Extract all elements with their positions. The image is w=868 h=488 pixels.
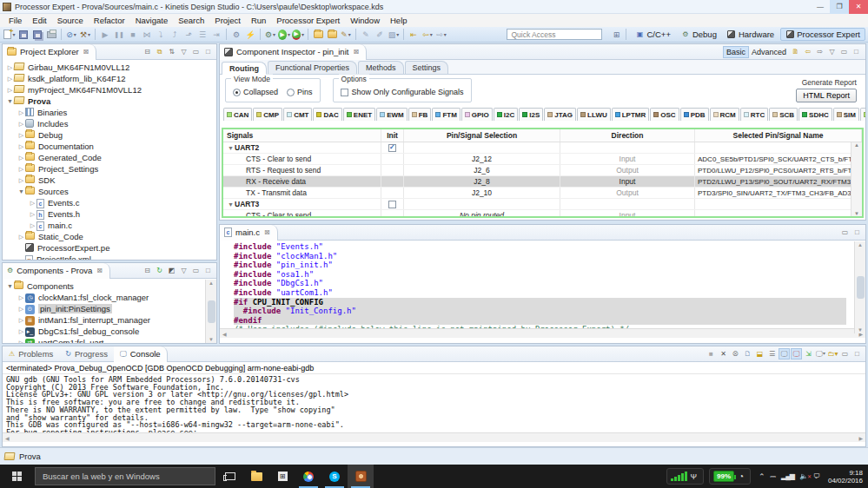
tree-expand-arrow-icon[interactable]: ▷ (29, 211, 36, 218)
kds-app-button[interactable] (348, 465, 374, 488)
peripheral-tab-cmt[interactable]: CMT (283, 108, 312, 121)
skip-breakpoints-icon[interactable]: ⊘ (65, 29, 77, 41)
taskbar-search-input[interactable]: Buscar en la web y en Windows (35, 467, 215, 485)
tree-expand-arrow-icon[interactable]: ▷ (17, 306, 25, 313)
remove-all-launches-icon[interactable]: ⮾ (730, 348, 741, 359)
build-icon[interactable]: ⚒ (79, 29, 91, 41)
tree-collapse-arrow-icon[interactable]: ▼ (6, 283, 14, 289)
run-icon[interactable]: ▶ (278, 29, 290, 41)
tray-expand-icon[interactable]: ⌃ (759, 472, 765, 481)
pin-selection-cell[interactable] (404, 142, 560, 153)
peripheral-tab-sdhc[interactable]: SDHC (798, 108, 832, 121)
skype-button[interactable]: S (321, 465, 348, 488)
minimize-button[interactable]: — (811, 0, 830, 14)
inspector-tab-settings[interactable]: Settings (405, 61, 449, 74)
project-item-events-c[interactable]: ▷cEvents.c (4, 197, 216, 208)
peripheral-tab-rtc[interactable]: RTC (740, 108, 768, 121)
restore-button[interactable]: ❐ (830, 0, 849, 14)
save-all-icon[interactable] (31, 29, 43, 41)
flash-icon[interactable]: ⚡ (244, 29, 256, 41)
link-with-editor-icon[interactable]: ⧉ (154, 46, 165, 57)
init-cell[interactable] (381, 199, 404, 209)
basic-mode-toggle[interactable]: Basic (723, 46, 749, 58)
pin-selection-cell[interactable]: J2_10 (404, 188, 560, 198)
search-icon[interactable]: ✎ (360, 29, 372, 41)
task-view-button[interactable] (217, 465, 243, 488)
last-edit-icon[interactable]: ⇤ (407, 29, 420, 41)
init-checkbox-icon[interactable] (388, 201, 396, 208)
tree-expand-arrow-icon[interactable]: ▷ (29, 222, 36, 229)
mark-occurrences-icon[interactable]: ✐ (374, 29, 386, 41)
peripheral-tab-ewm[interactable]: EWM (376, 108, 407, 121)
new-c-file-icon[interactable]: ✎ (340, 29, 352, 41)
inspector-tab-methods[interactable]: Methods (358, 61, 404, 74)
menu-search[interactable]: Search (173, 15, 209, 26)
column-header-direction[interactable]: Direction (560, 129, 695, 142)
peripheral-tab-sim[interactable]: SIM (833, 108, 859, 121)
tree-expand-arrow-icon[interactable]: ▷ (17, 121, 25, 128)
maximize-view-icon[interactable]: □ (202, 46, 214, 57)
tree-expand-arrow-icon[interactable]: ▷ (17, 328, 25, 335)
quick-access-input[interactable]: Quick Access (507, 29, 602, 40)
power-plug-icon[interactable]: ⎓ (771, 472, 776, 481)
project-item-prova[interactable]: ▼Prova (4, 96, 216, 107)
save-icon[interactable] (17, 29, 30, 41)
signal-row-rts-request-to-send[interactable]: RTS - Request to sendJ2_6OutputPTD0/LLWU… (223, 165, 862, 176)
step-over-icon[interactable]: ⤴ (169, 29, 181, 41)
open-project-icon[interactable] (312, 29, 324, 41)
menu-run[interactable]: Run (246, 15, 271, 26)
open-folder-icon[interactable] (326, 29, 338, 41)
column-header-init[interactable]: Init (381, 129, 404, 142)
project-item-generated-code[interactable]: ▷Generated_Code (4, 152, 216, 163)
wifi-icon[interactable]: ▂▄▆ (781, 472, 794, 480)
tree-expand-arrow-icon[interactable]: ▷ (17, 177, 25, 184)
show-configurable-checkbox[interactable]: Show Only Configurable Signals (341, 88, 464, 96)
console-tab-progress[interactable]: ↻Progress (59, 346, 114, 362)
debug-icon[interactable]: ⚙ (264, 29, 276, 41)
signal-group-row-uart2[interactable]: ▼UART2 (223, 142, 862, 154)
menu-file[interactable]: File (3, 15, 27, 26)
signal-row-tx-transmit-data[interactable]: TX - Transmit dataJ2_10OutputPTD3/SPI0_S… (223, 188, 862, 199)
tree-expand-arrow-icon[interactable]: ▷ (17, 166, 25, 173)
project-item-ksdk-platform-lib-k64f12[interactable]: ▷ksdk_platform_lib_K64F12 (4, 73, 216, 84)
maximize-view-icon[interactable]: □ (851, 348, 863, 359)
peripheral-tab-can[interactable]: CAN (223, 108, 252, 121)
menu-navigate[interactable]: Navigate (130, 15, 174, 26)
menu-project[interactable]: Project (209, 15, 246, 26)
peripheral-tab-jtag[interactable]: JTAG (544, 108, 576, 121)
console-output[interactable]: GNU gdb (GNU Tools for ARM Embedded Proc… (3, 374, 865, 432)
filter-components-icon[interactable]: ◩ (166, 265, 177, 276)
file-explorer-button[interactable] (243, 465, 269, 488)
profile-icon[interactable]: ▶ (292, 29, 304, 41)
refresh-components-icon[interactable]: ↻ (154, 265, 165, 276)
pin-selection-cell[interactable]: J2_8 (404, 176, 560, 187)
component-item-pin-init-pinsettings[interactable]: ▷⊙pin_init:PinSettings (4, 303, 216, 314)
peripheral-tab-spi[interactable]: SPI (860, 108, 865, 121)
perspective-debug[interactable]: ⚙Debug (677, 29, 721, 40)
terminate-icon[interactable]: ■ (706, 348, 717, 359)
annotations-icon[interactable]: ▨ (388, 29, 400, 41)
peripheral-tab-lptmr[interactable]: LPTMR (612, 108, 650, 121)
focus-icon[interactable]: ⇅ (166, 46, 177, 57)
signal-gadget[interactable]: Ψ (666, 468, 704, 485)
open-console-icon[interactable]: 🗀▾ (827, 348, 838, 359)
open-perspective-icon[interactable]: ⊞ (610, 29, 622, 41)
perspective-c-c-[interactable]: ▣C/C++ (631, 29, 674, 40)
routing-table-scrollbar[interactable]: ▲▼ (851, 142, 862, 216)
volume-muted-icon[interactable]: 🔈✕ (799, 472, 808, 480)
minimize-view-icon[interactable]: ▭ (838, 46, 850, 57)
peripheral-tab-pdb[interactable]: PDB (680, 108, 709, 121)
peripheral-tab-i2c[interactable]: I2C (494, 108, 518, 121)
menu-help[interactable]: Help (385, 15, 413, 26)
perspective-processor-expert[interactable]: Processor Expert (780, 28, 865, 41)
project-item-projectinfo-xml[interactable]: xProjectInfo.xml (4, 254, 216, 260)
notification-icon[interactable]: 🗩 (813, 472, 820, 480)
console-tab-console[interactable]: 🖵Console (114, 346, 168, 362)
tree-collapse-arrow-icon[interactable]: ▼ (17, 188, 25, 195)
clear-console-icon[interactable]: 🗋 (742, 348, 753, 359)
minimize-view-icon[interactable]: ▭ (190, 46, 202, 57)
project-item-sources[interactable]: ▼Sources (4, 186, 216, 197)
peripheral-tab-enet[interactable]: ENET (343, 108, 375, 121)
project-item-includes[interactable]: ▷Includes (4, 118, 216, 129)
peripheral-tab-ftm[interactable]: FTM (432, 108, 460, 121)
